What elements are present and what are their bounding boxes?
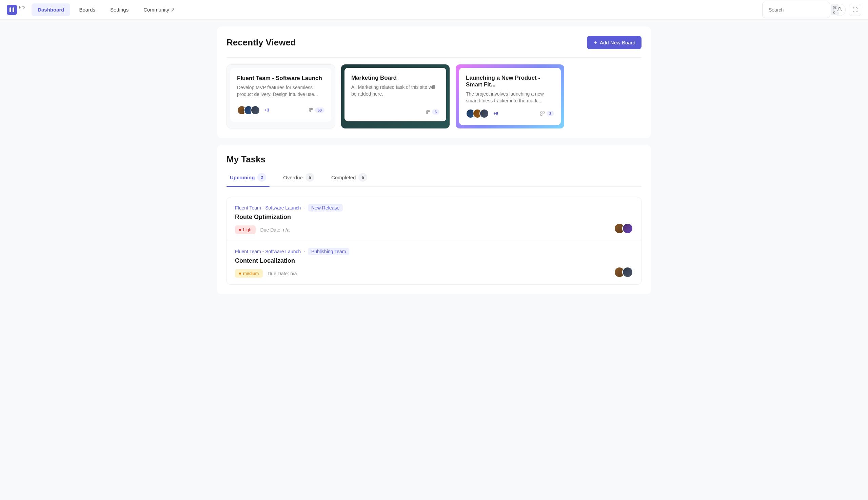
boards-row: Fluent Team - Software Launch Develop MV… [226,57,642,128]
avatar [250,105,260,115]
crumb-tag[interactable]: Publishing Team [308,248,349,255]
add-board-button[interactable]: Add New Board [587,36,642,49]
notifications-button[interactable] [833,4,846,16]
top-nav: Pro Dashboard Boards Settings Community … [0,0,868,20]
avatar-more: +3 [262,105,272,115]
crumb-board[interactable]: Fluent Team - Software Launch [235,249,301,254]
tab-count: 5 [358,173,367,182]
board-desc: All Marketing related task of this site … [351,84,439,104]
board-task-count: 6 [426,109,439,115]
svg-rect-5 [311,109,313,110]
task-title: Content Localization [235,257,349,264]
nav-community[interactable]: Community ↗ [137,3,181,16]
tab-label: Overdue [283,174,303,180]
board-card[interactable]: Launching a New Product - Smart Fit... T… [456,65,564,128]
nav-dashboard[interactable]: Dashboard [32,3,70,16]
task-assignees [614,267,633,277]
task-count-badge: 3 [546,111,554,116]
task-row[interactable]: Fluent Team - Software Launch - New Rele… [227,197,641,241]
header-actions: ⌘ k [762,2,861,18]
fullscreen-button[interactable] [849,4,861,16]
recently-viewed-panel: Recently Viewed Add New Board Fluent Tea… [217,26,651,138]
avatar [622,223,633,234]
task-title: Route Optimization [235,214,343,221]
board-name: Launching a New Product - Smart Fit... [466,75,554,88]
tab-completed[interactable]: Completed 5 [328,168,371,186]
svg-rect-9 [426,112,428,114]
task-breadcrumb: Fluent Team - Software Launch - New Rele… [235,204,343,212]
board-task-count: 3 [540,111,554,116]
tab-label: Completed [331,174,356,180]
tab-count: 2 [257,173,266,182]
task-count-badge: 6 [432,109,439,115]
main-nav: Dashboard Boards Settings Community ↗ [32,3,181,16]
due-date: Due Date: n/a [260,227,290,232]
task-count-badge: 50 [315,107,325,113]
tab-count: 5 [305,173,314,182]
svg-rect-4 [309,109,311,110]
board-desc: The project involves launching a new sma… [466,91,554,104]
search-box[interactable]: ⌘ k [762,2,830,18]
avatar [622,267,633,277]
board-card[interactable]: Marketing Board All Marketing related ta… [341,65,450,128]
crumb-board[interactable]: Fluent Team - Software Launch [235,205,301,211]
svg-rect-11 [543,112,544,113]
pro-badge: Pro [19,5,25,9]
priority-badge: high [235,225,256,234]
crumb-tag[interactable]: New Release [308,204,343,212]
avatar [480,109,489,118]
add-board-label: Add New Board [600,39,635,45]
search-input[interactable] [769,7,828,13]
task-list: Fluent Team - Software Launch - New Rele… [226,197,642,285]
expand-icon [853,7,858,13]
tab-upcoming[interactable]: Upcoming 2 [226,168,270,186]
plus-icon [593,40,598,45]
nav-boards[interactable]: Boards [73,3,101,16]
app-logo[interactable] [7,5,17,15]
task-row[interactable]: Fluent Team - Software Launch - Publishi… [227,241,641,284]
tiles-icon [540,111,545,116]
my-tasks-title: My Tasks [226,154,642,165]
board-name: Marketing Board [351,75,439,81]
due-date: Due Date: n/a [268,271,297,276]
tab-overdue[interactable]: Overdue 5 [280,168,318,186]
task-breadcrumb: Fluent Team - Software Launch - Publishi… [235,248,349,255]
tiles-icon [426,110,430,114]
board-card[interactable]: Fluent Team - Software Launch Develop MV… [226,65,335,128]
crumb-sep: - [303,249,305,254]
tab-label: Upcoming [230,174,255,180]
board-name: Fluent Team - Software Launch [237,75,325,82]
board-desc: Develop MVP features for seamless produc… [237,84,325,101]
board-task-count: 50 [308,107,325,113]
svg-rect-6 [309,111,311,112]
crumb-sep: - [303,205,305,211]
board-members: +3 [237,105,272,115]
svg-rect-7 [426,110,428,112]
svg-rect-10 [541,112,542,113]
board-members: +9 [466,109,500,118]
bell-icon [837,7,842,13]
task-assignees [614,223,633,234]
nav-settings[interactable]: Settings [104,3,135,16]
svg-rect-12 [541,114,542,115]
avatar-more: +9 [491,109,500,118]
task-tabs: Upcoming 2 Overdue 5 Completed 5 [226,168,642,187]
priority-badge: medium [235,269,263,277]
tiles-icon [308,108,313,113]
recently-viewed-title: Recently Viewed [226,37,296,48]
svg-rect-8 [428,110,430,112]
my-tasks-panel: My Tasks Upcoming 2 Overdue 5 Completed … [217,145,651,294]
